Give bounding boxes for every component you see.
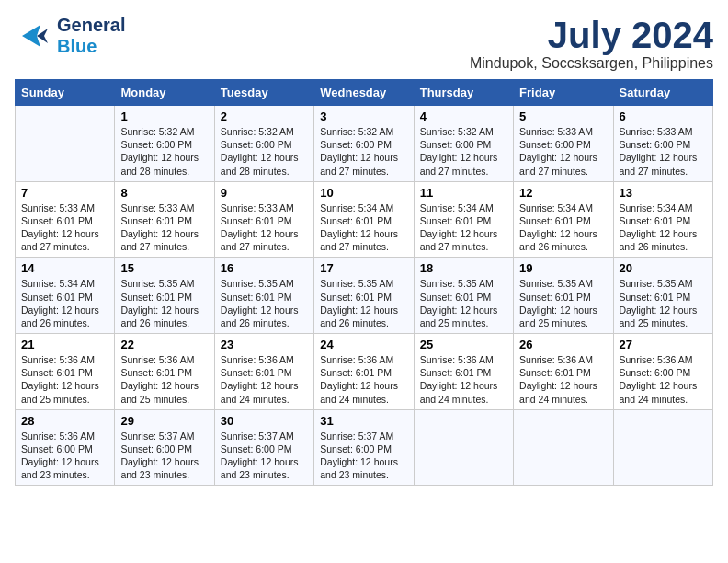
day-info: Sunrise: 5:36 AM Sunset: 6:00 PM Dayligh…: [620, 354, 698, 405]
calendar-cell: 28Sunrise: 5:36 AM Sunset: 6:00 PM Dayli…: [16, 409, 115, 486]
day-number: 25: [420, 338, 507, 351]
day-info: Sunrise: 5:37 AM Sunset: 6:00 PM Dayligh…: [120, 431, 199, 481]
day-number: 13: [620, 186, 707, 200]
calendar-cell: 9Sunrise: 5:33 AM Sunset: 6:01 PM Daylig…: [214, 181, 313, 258]
header-saturday: Saturday: [613, 80, 712, 106]
day-number: 18: [420, 261, 507, 275]
calendar-week-row: 14Sunrise: 5:34 AM Sunset: 6:01 PM Dayli…: [16, 258, 713, 334]
calendar-cell: 25Sunrise: 5:36 AM Sunset: 6:01 PM Dayli…: [414, 334, 513, 410]
day-number: 29: [120, 414, 208, 428]
day-info: Sunrise: 5:36 AM Sunset: 6:01 PM Dayligh…: [519, 354, 597, 405]
day-number: 22: [120, 338, 208, 351]
calendar-cell: 10Sunrise: 5:34 AM Sunset: 6:01 PM Dayli…: [314, 181, 414, 258]
day-info: Sunrise: 5:36 AM Sunset: 6:01 PM Dayligh…: [320, 354, 398, 405]
day-info: Sunrise: 5:32 AM Sunset: 6:00 PM Dayligh…: [120, 126, 199, 177]
calendar-cell: 2Sunrise: 5:32 AM Sunset: 6:00 PM Daylig…: [214, 106, 313, 182]
calendar-cell: 12Sunrise: 5:34 AM Sunset: 6:01 PM Dayli…: [514, 181, 613, 258]
day-info: Sunrise: 5:36 AM Sunset: 6:01 PM Dayligh…: [21, 354, 99, 405]
calendar-cell: 6Sunrise: 5:33 AM Sunset: 6:00 PM Daylig…: [613, 106, 712, 182]
calendar-cell: 29Sunrise: 5:37 AM Sunset: 6:00 PM Dayli…: [115, 409, 214, 486]
calendar-table: SundayMondayTuesdayWednesdayThursdayFrid…: [15, 79, 713, 486]
calendar-cell: 21Sunrise: 5:36 AM Sunset: 6:01 PM Dayli…: [16, 334, 115, 410]
day-info: Sunrise: 5:35 AM Sunset: 6:01 PM Dayligh…: [320, 278, 398, 328]
calendar-week-row: 1Sunrise: 5:32 AM Sunset: 6:00 PM Daylig…: [16, 106, 713, 182]
day-info: Sunrise: 5:32 AM Sunset: 6:00 PM Dayligh…: [221, 126, 299, 177]
day-number: 28: [21, 414, 108, 428]
day-number: 27: [620, 338, 707, 351]
calendar-cell: 1Sunrise: 5:32 AM Sunset: 6:00 PM Daylig…: [115, 106, 214, 182]
header-sunday: Sunday: [16, 80, 115, 106]
day-number: 15: [120, 261, 208, 275]
day-number: 1: [120, 109, 208, 123]
day-number: 12: [519, 186, 607, 200]
calendar-cell: 24Sunrise: 5:36 AM Sunset: 6:01 PM Dayli…: [314, 334, 414, 410]
calendar-week-row: 7Sunrise: 5:33 AM Sunset: 6:01 PM Daylig…: [16, 181, 713, 258]
day-info: Sunrise: 5:37 AM Sunset: 6:00 PM Dayligh…: [221, 431, 299, 481]
calendar-cell: 3Sunrise: 5:32 AM Sunset: 6:00 PM Daylig…: [314, 106, 414, 182]
day-info: Sunrise: 5:33 AM Sunset: 6:01 PM Dayligh…: [120, 202, 199, 253]
calendar-cell: 20Sunrise: 5:35 AM Sunset: 6:01 PM Dayli…: [613, 258, 712, 334]
calendar-week-row: 28Sunrise: 5:36 AM Sunset: 6:00 PM Dayli…: [16, 409, 713, 486]
calendar-cell: 5Sunrise: 5:33 AM Sunset: 6:00 PM Daylig…: [514, 106, 613, 182]
calendar-week-row: 21Sunrise: 5:36 AM Sunset: 6:01 PM Dayli…: [16, 334, 713, 410]
day-number: 4: [420, 109, 507, 123]
day-info: Sunrise: 5:37 AM Sunset: 6:00 PM Dayligh…: [320, 431, 398, 481]
calendar-cell: 23Sunrise: 5:36 AM Sunset: 6:01 PM Dayli…: [214, 334, 313, 410]
title-block: July 2024 Mindupok, Soccsksargen, Philip…: [470, 15, 713, 72]
day-info: Sunrise: 5:35 AM Sunset: 6:01 PM Dayligh…: [620, 278, 698, 328]
day-info: Sunrise: 5:33 AM Sunset: 6:00 PM Dayligh…: [620, 126, 698, 177]
calendar-cell: [16, 106, 115, 182]
calendar-title: July 2024: [470, 15, 713, 55]
calendar-cell: [514, 409, 613, 486]
day-number: 31: [320, 414, 407, 428]
day-info: Sunrise: 5:35 AM Sunset: 6:01 PM Dayligh…: [519, 278, 597, 328]
calendar-cell: 19Sunrise: 5:35 AM Sunset: 6:01 PM Dayli…: [514, 258, 613, 334]
day-info: Sunrise: 5:34 AM Sunset: 6:01 PM Dayligh…: [519, 202, 597, 253]
day-info: Sunrise: 5:33 AM Sunset: 6:00 PM Dayligh…: [519, 126, 597, 177]
logo-text-general: General: [57, 15, 125, 35]
day-number: 9: [221, 186, 308, 200]
day-info: Sunrise: 5:35 AM Sunset: 6:01 PM Dayligh…: [120, 278, 199, 328]
calendar-cell: 4Sunrise: 5:32 AM Sunset: 6:00 PM Daylig…: [414, 106, 513, 182]
day-info: Sunrise: 5:34 AM Sunset: 6:01 PM Dayligh…: [21, 278, 99, 328]
calendar-cell: [414, 409, 513, 486]
day-number: 11: [420, 186, 507, 200]
day-info: Sunrise: 5:36 AM Sunset: 6:01 PM Dayligh…: [221, 354, 299, 405]
day-number: 7: [21, 186, 108, 200]
calendar-cell: 26Sunrise: 5:36 AM Sunset: 6:01 PM Dayli…: [514, 334, 613, 410]
calendar-cell: 22Sunrise: 5:36 AM Sunset: 6:01 PM Dayli…: [115, 334, 214, 410]
day-number: 2: [221, 109, 308, 123]
header-monday: Monday: [115, 80, 214, 106]
logo-text-blue: Blue: [57, 36, 97, 56]
day-info: Sunrise: 5:35 AM Sunset: 6:01 PM Dayligh…: [420, 278, 498, 328]
day-number: 6: [620, 109, 707, 123]
day-number: 16: [221, 261, 308, 275]
day-number: 26: [519, 338, 607, 351]
day-info: Sunrise: 5:32 AM Sunset: 6:00 PM Dayligh…: [420, 126, 498, 177]
day-number: 5: [519, 109, 607, 123]
calendar-cell: [613, 409, 712, 486]
day-info: Sunrise: 5:32 AM Sunset: 6:00 PM Dayligh…: [320, 126, 398, 177]
day-number: 8: [120, 186, 208, 200]
calendar-cell: 8Sunrise: 5:33 AM Sunset: 6:01 PM Daylig…: [115, 181, 214, 258]
day-info: Sunrise: 5:36 AM Sunset: 6:00 PM Dayligh…: [21, 431, 99, 481]
day-number: 3: [320, 109, 407, 123]
day-info: Sunrise: 5:33 AM Sunset: 6:01 PM Dayligh…: [221, 202, 299, 253]
calendar-cell: 14Sunrise: 5:34 AM Sunset: 6:01 PM Dayli…: [16, 258, 115, 334]
day-info: Sunrise: 5:33 AM Sunset: 6:01 PM Dayligh…: [21, 202, 99, 253]
header-tuesday: Tuesday: [214, 80, 313, 106]
day-number: 23: [221, 338, 308, 351]
day-number: 14: [21, 261, 108, 275]
day-info: Sunrise: 5:35 AM Sunset: 6:01 PM Dayligh…: [221, 278, 299, 328]
calendar-cell: 18Sunrise: 5:35 AM Sunset: 6:01 PM Dayli…: [414, 258, 513, 334]
logo-bird-icon: [15, 16, 55, 56]
calendar-cell: 30Sunrise: 5:37 AM Sunset: 6:00 PM Dayli…: [214, 409, 313, 486]
calendar-cell: 11Sunrise: 5:34 AM Sunset: 6:01 PM Dayli…: [414, 181, 513, 258]
day-info: Sunrise: 5:34 AM Sunset: 6:01 PM Dayligh…: [420, 202, 498, 253]
calendar-cell: 27Sunrise: 5:36 AM Sunset: 6:00 PM Dayli…: [613, 334, 712, 410]
day-number: 19: [519, 261, 607, 275]
header-wednesday: Wednesday: [314, 80, 414, 106]
calendar-cell: 7Sunrise: 5:33 AM Sunset: 6:01 PM Daylig…: [16, 181, 115, 258]
calendar-cell: 13Sunrise: 5:34 AM Sunset: 6:01 PM Dayli…: [613, 181, 712, 258]
day-info: Sunrise: 5:36 AM Sunset: 6:01 PM Dayligh…: [120, 354, 199, 405]
